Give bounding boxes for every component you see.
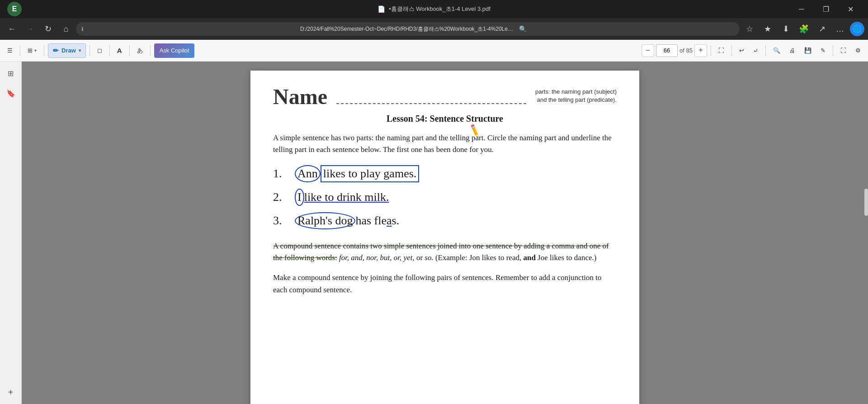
- divider-5: [129, 45, 130, 56]
- expand-button[interactable]: ⛶: [837, 43, 850, 58]
- window-title: •홈클래스 Workbook_초1-4 Level 3.pdf: [389, 5, 491, 13]
- info-icon: ℹ: [81, 26, 297, 32]
- sentence-2-num: 2.: [273, 190, 291, 204]
- sidebar-thumbnails-icon[interactable]: ⊞: [3, 65, 19, 81]
- title-bar-center: 📄 •홈클래스 Workbook_초1-4 Level 3.pdf: [377, 5, 491, 13]
- star-button[interactable]: ☆: [741, 21, 758, 37]
- sidebar-bookmarks-icon[interactable]: 🔖: [3, 85, 19, 101]
- app-logo: E: [7, 2, 22, 16]
- sentence-1: 1. Ann likes to play games.: [273, 165, 617, 182]
- save-icon: 💾: [804, 47, 811, 54]
- refresh-button[interactable]: ↻: [40, 21, 56, 37]
- print-button[interactable]: 🖨: [786, 43, 799, 58]
- undo-button[interactable]: ↩: [736, 43, 748, 58]
- nav-right-icons: ☆ ★ ⬇ 🧩 ↗ … 🌐: [741, 21, 864, 37]
- sentences-list: 1. Ann likes to play games. 2. I like to…: [273, 165, 617, 229]
- pdf-viewer[interactable]: Name parts: the naming part (subject)and…: [22, 62, 868, 404]
- search-icon: 🔍: [773, 47, 780, 54]
- thumbnails-icon: ⊞: [28, 47, 33, 54]
- sentence-3-num: 3.: [273, 214, 291, 228]
- scroll-indicator[interactable]: [864, 189, 868, 216]
- rotate-button[interactable]: ⤾: [750, 43, 762, 58]
- sentence-1-naming-part: Ann: [295, 165, 321, 182]
- favorites-button[interactable]: ★: [760, 21, 776, 37]
- download-button[interactable]: ⬇: [778, 21, 794, 37]
- draw-pencil-icon: ✏: [53, 47, 59, 55]
- divider-7: [711, 45, 711, 56]
- navigation-bar: ← → ↻ ⌂ ℹ D:/2024/Fall%20Semester-Oct~De…: [0, 18, 868, 40]
- divider-6: [150, 45, 151, 56]
- fit-page-button[interactable]: ⛶: [715, 43, 728, 58]
- lesson-title: Lesson 54: Sentence Structure: [273, 114, 617, 124]
- address-text: D:/2024/Fall%20Semester-Oct~Dec/RHD/RHD3…: [300, 25, 515, 33]
- home-button[interactable]: ⌂: [58, 21, 74, 37]
- fit-page-icon: ⛶: [718, 47, 724, 54]
- divider-4: [109, 45, 110, 56]
- top-right-text: parts: the naming part (subject)and the …: [535, 88, 617, 104]
- sentence-2-text: I like to drink milk.: [295, 189, 389, 206]
- search-magnifier-icon: 🔍: [519, 25, 734, 33]
- undo-icon: ↩: [739, 47, 744, 54]
- svg-text:E: E: [12, 5, 17, 13]
- instructions-text: A simple sentence has two parts: the nam…: [273, 132, 617, 156]
- extensions-button[interactable]: 🧩: [796, 21, 812, 37]
- expand-icon: ⛶: [840, 47, 846, 54]
- text-icon: A: [117, 47, 122, 54]
- divider-1: [20, 45, 20, 56]
- divider-8: [731, 45, 732, 56]
- main-layout: ⊞ 🔖 + Name parts: the naming part (subje…: [0, 62, 868, 404]
- sentence-3-telling-part: has fleas.: [355, 214, 399, 228]
- sentence-2-naming-part: I: [295, 189, 304, 206]
- sentence-2: 2. I like to drink milk.: [273, 189, 617, 206]
- make-sentence-text: Make a compound sentence by joining the …: [273, 272, 617, 296]
- profile-button[interactable]: 🌐: [850, 22, 864, 36]
- eraser-button[interactable]: ◻: [94, 43, 106, 58]
- divider-9: [765, 45, 766, 56]
- annotate-button[interactable]: ✎: [817, 43, 829, 58]
- minimize-button[interactable]: ─: [791, 0, 812, 18]
- annotate-icon: ✎: [821, 47, 826, 54]
- current-page-input[interactable]: [656, 44, 678, 57]
- print-icon: 🖨: [789, 47, 795, 54]
- name-dashed-line: [336, 103, 526, 104]
- forward-button[interactable]: →: [22, 21, 38, 37]
- left-sidebar: ⊞ 🔖 +: [0, 62, 22, 404]
- text-tool-button[interactable]: A: [113, 43, 126, 58]
- eraser-icon: ◻: [97, 47, 102, 54]
- divider-10: [833, 45, 833, 56]
- back-button[interactable]: ←: [4, 21, 20, 37]
- sentence-1-num: 1.: [273, 167, 291, 181]
- pdf-icon: 📄: [377, 5, 385, 13]
- sentence-1-box: likes to play games.: [321, 165, 420, 182]
- sentence-1-text: Ann likes to play games.: [295, 165, 419, 182]
- divider-2: [44, 45, 44, 56]
- window-controls: ─ ❐ ✕: [791, 0, 861, 18]
- sentence-3-naming-part: Ralph's dog: [295, 212, 355, 229]
- sentence-3: 3. Ralph's dog has fleas.: [273, 212, 617, 229]
- copilot-button[interactable]: Ask Copilot: [154, 43, 195, 58]
- draw-button[interactable]: ✏ Draw ▾: [48, 43, 86, 58]
- page-name-area: Name parts: the naming part (subject)and…: [273, 84, 617, 109]
- dropdown-arrow: ▾: [34, 48, 37, 53]
- address-bar[interactable]: ℹ D:/2024/Fall%20Semester-Oct~Dec/RHD/RH…: [76, 22, 740, 36]
- thumbnails-button[interactable]: ⊞ ▾: [24, 43, 40, 58]
- sentence-3-text: Ralph's dog has fleas.: [295, 212, 399, 229]
- aa-button[interactable]: あ: [133, 43, 146, 58]
- share-button[interactable]: ↗: [814, 21, 830, 37]
- aa-icon: あ: [137, 47, 143, 55]
- compound-paragraph: A compound sentence contains two simple …: [273, 240, 617, 264]
- zoom-plus-button[interactable]: +: [694, 44, 707, 57]
- name-label: Name: [273, 84, 327, 109]
- close-button[interactable]: ✕: [840, 0, 861, 18]
- sentence-2-telling-part: like to drink milk.: [304, 190, 389, 204]
- zoom-minus-button[interactable]: −: [642, 44, 654, 57]
- more-button[interactable]: …: [832, 21, 848, 37]
- pdf-toolbar: ☰ ⊞ ▾ ✏ Draw ▾ ◻ A あ Ask Copilot − of 85…: [0, 40, 868, 62]
- save-button[interactable]: 💾: [801, 43, 815, 58]
- sidebar-toggle-button[interactable]: ☰: [4, 43, 16, 58]
- sidebar-add-button[interactable]: +: [3, 384, 19, 400]
- search-button[interactable]: 🔍: [769, 43, 784, 58]
- draw-label: Draw: [61, 47, 76, 54]
- maximize-button[interactable]: ❐: [816, 0, 836, 18]
- settings-button[interactable]: ⚙: [852, 43, 864, 58]
